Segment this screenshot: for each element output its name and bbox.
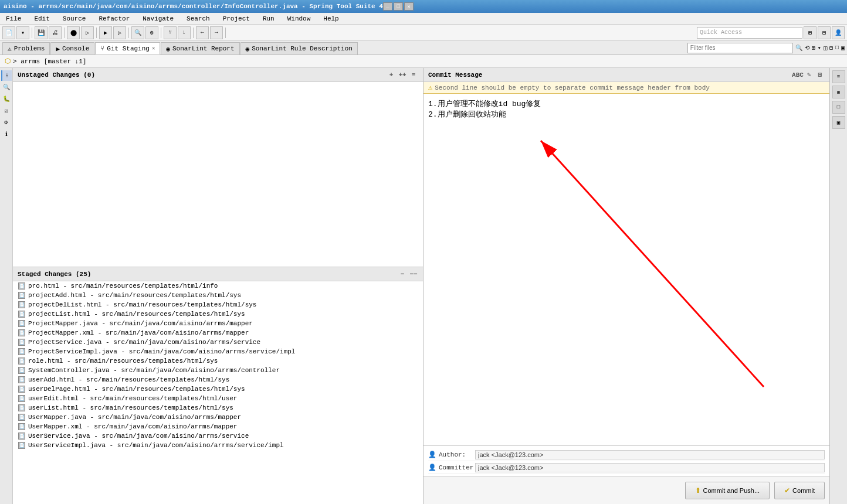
toolbar-print[interactable]: 🖨 (49, 26, 62, 39)
toolbar-sep7 (225, 28, 226, 38)
staged-file-item[interactable]: 📄 ProjectMapper.xml - src/main/java/com/… (13, 328, 423, 338)
menu-source[interactable]: Source (59, 14, 90, 23)
tab-git-close[interactable]: ✕ (152, 45, 155, 52)
staged-file-item[interactable]: 📄 userList.html - src/main/resources/tem… (13, 403, 423, 413)
staged-file-item[interactable]: 📄 projectDelList.html - src/main/resourc… (13, 300, 423, 309)
staged-file-item[interactable]: 📄 userAdd.html - src/main/resources/temp… (13, 375, 423, 384)
close-button[interactable]: ✕ (404, 2, 414, 11)
toolbar-sep3 (96, 28, 97, 38)
staged-file-item[interactable]: 📄 ProjectMapper.java - src/main/java/com… (13, 319, 423, 328)
staged-file-item[interactable]: 📄 UserMapper.java - src/main/java/com/ai… (13, 413, 423, 422)
toolbar-save[interactable]: 💾 (35, 26, 48, 39)
staged-file-item[interactable]: 📄 UserMapper.xml - src/main/java/com/ais… (13, 422, 423, 431)
menu-refactor[interactable]: Refactor (95, 14, 133, 23)
staged-minus-all-btn[interactable]: −− (409, 270, 418, 279)
title-bar-controls: _ □ ✕ (383, 2, 414, 11)
staged-file-item[interactable]: 📄 ProjectService.java - src/main/java/co… (13, 338, 423, 347)
maximize-button[interactable]: □ (394, 2, 403, 11)
toolbar-sep4 (128, 28, 129, 38)
staged-file-item[interactable]: 📄 pro.html - src/main/resources/template… (13, 281, 423, 291)
staged-file-item[interactable]: 📄 projectList.html - src/main/resources/… (13, 309, 423, 319)
menu-project[interactable]: Project (219, 14, 253, 23)
committer-input[interactable] (475, 463, 825, 472)
toolbar-perspective2[interactable]: ⊟ (818, 26, 831, 39)
committer-icon: 👤 (428, 464, 436, 471)
staged-file-item[interactable]: 📄 UserServiceImpl.java - src/main/java/c… (13, 441, 423, 450)
staged-file-item[interactable]: 📄 SystemController.java - src/main/java/… (13, 366, 423, 375)
toolbar-back[interactable]: ← (196, 26, 209, 39)
tab-sonarlint-rule[interactable]: ◉ SonarLint Rule Description (240, 42, 358, 55)
filter-files-input[interactable] (687, 43, 793, 53)
commit-textarea[interactable] (424, 94, 829, 445)
toolbar-refactor[interactable]: ⚙ (145, 26, 158, 39)
quick-access-input[interactable]: Quick Access (697, 27, 802, 39)
file-name: userDelPage.html - src/main/resources/te… (28, 386, 245, 393)
sidebar-btn-tasks[interactable]: ☑ (1, 105, 12, 116)
right-sidebar-btn4[interactable]: ▣ (832, 116, 845, 129)
staged-area: Staged Changes (25) − −− 📄 pro.html - sr… (13, 267, 423, 504)
tab-problems[interactable]: ⚠ Problems (2, 42, 50, 55)
commit-label: Commit (792, 487, 815, 494)
menu-edit[interactable]: Edit (31, 14, 53, 23)
toolbar-perspective1[interactable]: ⊞ (804, 26, 816, 39)
filter-action6[interactable]: □ (835, 45, 839, 51)
filter-action7[interactable]: ▣ (841, 45, 845, 52)
filter-action5[interactable]: ⊟ (829, 45, 833, 52)
sidebar-btn-search[interactable]: 🔍 (1, 82, 12, 93)
filter-action3[interactable]: ▾ (818, 45, 821, 52)
file-img: 📄 (18, 320, 25, 327)
tab-git-staging[interactable]: ⑂ Git Staging ✕ (95, 42, 160, 55)
file-name: UserMapper.java - src/main/java/com/aisi… (28, 414, 241, 421)
unstaged-menu-btn[interactable]: ≡ (409, 70, 418, 80)
tab-sonarlint-report[interactable]: ◉ SonarLint Report (161, 42, 239, 55)
commit-spell-btn[interactable]: ABC (793, 70, 802, 80)
right-sidebar-btn3[interactable]: □ (832, 101, 845, 114)
commit-button[interactable]: ✔ Commit (774, 482, 825, 499)
staged-minus-btn[interactable]: − (398, 270, 407, 279)
sidebar-btn-info[interactable]: ℹ (1, 129, 12, 139)
toolbar-sep6 (193, 28, 194, 38)
menu-window[interactable]: Window (284, 14, 314, 23)
toolbar-debug[interactable]: ⬤ (67, 26, 80, 39)
menu-help[interactable]: Help (320, 14, 342, 23)
unstaged-add-all-btn[interactable]: ++ (398, 70, 407, 80)
unstaged-add-btn[interactable]: + (387, 70, 396, 80)
menu-run[interactable]: Run (259, 14, 278, 23)
minimize-button[interactable]: _ (383, 2, 392, 11)
toolbar-search[interactable]: 🔍 (131, 26, 144, 39)
staged-file-item[interactable]: 📄 role.html - src/main/resources/templat… (13, 356, 423, 366)
author-input[interactable] (475, 450, 825, 459)
filter-action1[interactable]: ⟲ (805, 45, 809, 52)
commit-edit-btn[interactable]: ✎ (804, 70, 814, 80)
toolbar-run2[interactable]: ▷ (113, 26, 126, 39)
sidebar-btn-git[interactable]: ⑂ (1, 70, 12, 81)
menu-navigate[interactable]: Navigate (139, 14, 177, 23)
toolbar-forward[interactable]: → (210, 26, 223, 39)
filter-action2[interactable]: ⊞ (812, 45, 815, 52)
staged-file-item[interactable]: 📄 ProjectServiceImpl.java - src/main/jav… (13, 347, 423, 356)
toolbar-new[interactable]: 📄 (2, 26, 15, 39)
file-img: 📄 (18, 404, 25, 411)
toolbar-git2[interactable]: ↓ (178, 26, 191, 39)
staged-file-item[interactable]: 📄 projectAdd.html - src/main/resources/t… (13, 291, 423, 300)
toolbar-run[interactable]: ▶ (99, 26, 112, 39)
tab-console[interactable]: ▶ Console (50, 42, 94, 55)
filter-action4[interactable]: ◫ (824, 45, 827, 52)
sidebar-btn-settings[interactable]: ⚙ (1, 117, 12, 128)
toolbar-debug2[interactable]: ▷ (81, 26, 94, 39)
menu-search[interactable]: Search (183, 14, 214, 23)
right-sidebar-btn1[interactable]: ≡ (832, 70, 845, 83)
staged-file-item[interactable]: 📄 userEdit.html - src/main/resources/tem… (13, 394, 423, 403)
staged-file-item[interactable]: 📄 UserService.java - src/main/java/com/a… (13, 431, 423, 441)
commit-add-btn[interactable]: ⊞ (815, 70, 825, 80)
toolbar-dropdown[interactable]: ▾ (16, 26, 29, 39)
sidebar-btn-debug[interactable]: 🐛 (1, 94, 12, 104)
toolbar-git[interactable]: ⑂ (164, 26, 177, 39)
commit-and-push-button[interactable]: ⬆ Commit and Push... (685, 482, 770, 499)
commit-icon: ✔ (784, 486, 790, 495)
menu-file[interactable]: File (2, 14, 25, 23)
toolbar-perspective3[interactable]: 👤 (832, 26, 845, 39)
file-img: 📄 (18, 357, 25, 365)
right-sidebar-btn2[interactable]: ⊞ (832, 86, 845, 98)
staged-file-item[interactable]: 📄 userDelPage.html - src/main/resources/… (13, 384, 423, 394)
